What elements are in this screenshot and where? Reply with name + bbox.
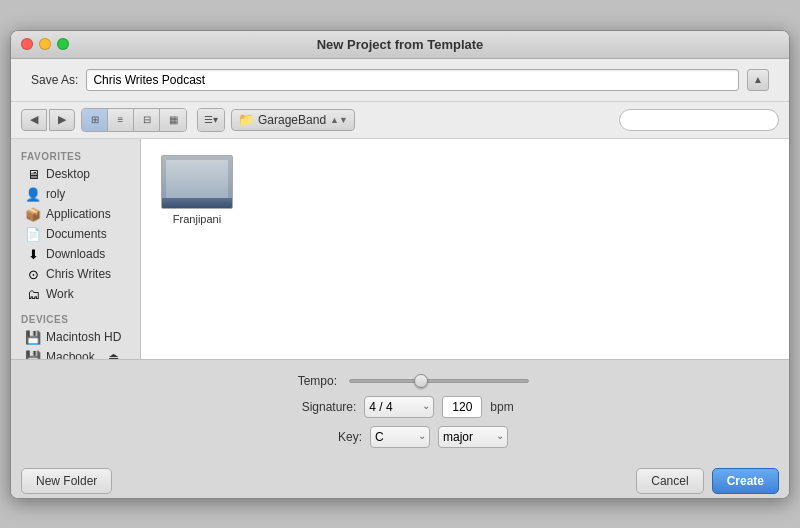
sidebar-item-chris-writes[interactable]: ⊙ Chris Writes	[15, 265, 136, 284]
sidebar-item-chris-writes-label: Chris Writes	[46, 267, 111, 281]
close-button[interactable]	[21, 38, 33, 50]
view-column-button[interactable]: ⊟	[134, 109, 160, 131]
key-select-wrapper: CDE FGAB	[370, 426, 430, 448]
window-title: New Project from Template	[317, 37, 484, 52]
sidebar-item-macbook-label: Macbook... ⏏	[46, 350, 119, 359]
sidebar-item-macintosh-hd[interactable]: 💾 Macintosh HD	[15, 328, 136, 347]
macintosh-hd-icon: 💾	[25, 330, 41, 345]
file-item-name: Franjipani	[173, 213, 221, 225]
save-as-input[interactable]	[86, 69, 739, 91]
macbook-icon: 💾	[25, 350, 41, 359]
signature-select[interactable]: 4 / 4 3 / 4 6 / 8	[364, 396, 434, 418]
sidebar-item-documents[interactable]: 📄 Documents	[15, 225, 136, 244]
sidebar-item-desktop[interactable]: 🖥 Desktop	[15, 165, 136, 184]
search-input[interactable]	[619, 109, 779, 131]
location-label: GarageBand	[258, 113, 326, 127]
signature-label: Signature:	[286, 400, 356, 414]
sidebar-item-work[interactable]: 🗂 Work	[15, 285, 136, 304]
signature-row: Signature: 4 / 4 3 / 4 6 / 8 bpm	[286, 396, 513, 418]
devices-section-label: DEVICES	[11, 310, 140, 327]
settings-grid: Tempo: Signature: 4 / 4 3 / 4 6 / 8 bpm	[31, 374, 769, 448]
user-icon: 👤	[25, 187, 41, 202]
main-area: FAVORITES 🖥 Desktop 👤 roly 📦 Application…	[11, 139, 789, 359]
tempo-row: Tempo:	[267, 374, 533, 388]
file-area: Franjipani	[141, 139, 789, 359]
tempo-slider-thumb[interactable]	[414, 374, 428, 388]
sidebar-item-roly[interactable]: 👤 roly	[15, 185, 136, 204]
minimize-button[interactable]	[39, 38, 51, 50]
sidebar-item-work-label: Work	[46, 287, 74, 301]
titlebar: New Project from Template	[11, 31, 789, 59]
cancel-button[interactable]: Cancel	[636, 468, 703, 494]
save-as-label: Save As:	[31, 73, 78, 87]
view-buttons: ⊞ ≡ ⊟ ▦	[81, 108, 187, 132]
arrange-button[interactable]: ☰▾	[198, 109, 224, 131]
arrange-button-group: ☰▾	[197, 108, 225, 132]
expand-button[interactable]: ▲	[747, 69, 769, 91]
sidebar-item-documents-label: Documents	[46, 227, 107, 241]
folder-icon: 📁	[238, 112, 254, 127]
mode-select-wrapper: major minor	[438, 426, 508, 448]
key-row: Key: CDE FGAB major minor	[292, 426, 508, 448]
view-list-button[interactable]: ≡	[108, 109, 134, 131]
signature-select-wrapper: 4 / 4 3 / 4 6 / 8	[364, 396, 434, 418]
documents-icon: 📄	[25, 227, 41, 242]
traffic-lights	[21, 38, 69, 50]
sidebar-item-applications-label: Applications	[46, 207, 111, 221]
back-button[interactable]: ◀	[21, 109, 47, 131]
key-label: Key:	[292, 430, 362, 444]
bottom-section: Tempo: Signature: 4 / 4 3 / 4 6 / 8 bpm	[11, 359, 789, 458]
bpm-input[interactable]	[442, 396, 482, 418]
sidebar-item-desktop-label: Desktop	[46, 167, 90, 181]
window: New Project from Template Save As: ▲ ◀ ▶…	[10, 30, 790, 499]
sidebar-item-downloads[interactable]: ⬇ Downloads	[15, 245, 136, 264]
save-as-row: Save As: ▲	[11, 59, 789, 102]
chris-writes-icon: ⊙	[25, 267, 41, 282]
view-icon-button[interactable]: ⊞	[82, 109, 108, 131]
desktop-icon: 🖥	[25, 167, 41, 182]
tempo-label: Tempo:	[267, 374, 337, 388]
tempo-slider-track	[349, 379, 529, 383]
nav-buttons: ◀ ▶	[21, 109, 75, 131]
toolbar-row: ◀ ▶ ⊞ ≡ ⊟ ▦ ☰▾ 📁 GarageBand ▲▼	[11, 102, 789, 139]
downloads-icon: ⬇	[25, 247, 41, 262]
create-button[interactable]: Create	[712, 468, 779, 494]
sidebar-item-downloads-label: Downloads	[46, 247, 105, 261]
sidebar-item-roly-label: roly	[46, 187, 65, 201]
applications-icon: 📦	[25, 207, 41, 222]
action-buttons: Cancel Create	[636, 468, 779, 494]
sidebar-item-macintosh-hd-label: Macintosh HD	[46, 330, 121, 344]
key-select[interactable]: CDE FGAB	[370, 426, 430, 448]
file-thumbnail	[161, 155, 233, 209]
maximize-button[interactable]	[57, 38, 69, 50]
bpm-label: bpm	[490, 400, 513, 414]
sidebar-item-applications[interactable]: 📦 Applications	[15, 205, 136, 224]
location-dropdown[interactable]: 📁 GarageBand ▲▼	[231, 109, 355, 131]
view-coverflow-button[interactable]: ▦	[160, 109, 186, 131]
new-folder-button[interactable]: New Folder	[21, 468, 112, 494]
file-item-franjipani[interactable]: Franjipani	[157, 155, 237, 225]
sidebar: FAVORITES 🖥 Desktop 👤 roly 📦 Application…	[11, 139, 141, 359]
favorites-section-label: FAVORITES	[11, 147, 140, 164]
work-icon: 🗂	[25, 287, 41, 302]
mode-select[interactable]: major minor	[438, 426, 508, 448]
dropdown-arrow-icon: ▲▼	[330, 115, 348, 125]
bottom-buttons-row: New Folder Cancel Create	[11, 458, 789, 498]
forward-button[interactable]: ▶	[49, 109, 75, 131]
sidebar-item-macbook[interactable]: 💾 Macbook... ⏏	[15, 348, 136, 359]
